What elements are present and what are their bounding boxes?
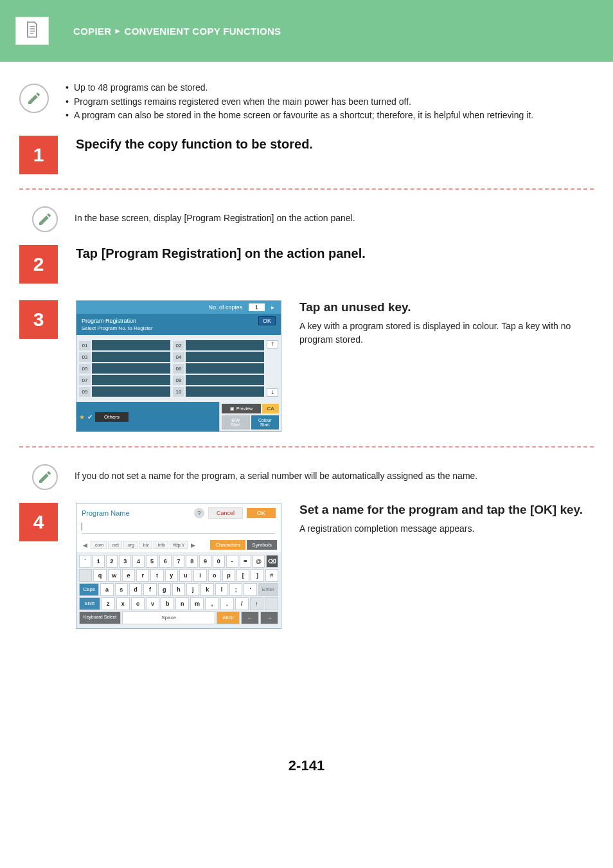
check-icon[interactable]: ✔ [87,413,93,420]
key[interactable]: a [100,583,113,596]
key[interactable]: w [108,569,121,582]
program-slot[interactable]: 03 [79,352,173,362]
key[interactable]: i [193,569,206,582]
copies-value[interactable]: 1 [249,303,265,311]
step-number-1: 1 [19,136,58,174]
key[interactable]: / [235,597,249,610]
key[interactable]: 5 [146,555,158,568]
expand-icon[interactable]: ▸ [269,304,277,311]
key[interactable]: x [116,597,130,610]
key[interactable]: 6 [159,555,172,568]
program-slot[interactable]: 06 [173,363,267,374]
breadcrumb[interactable]: COPIER ► CONVENIENT COPY FUNCTIONS [73,26,281,37]
domain-tab[interactable]: http:// [170,541,188,549]
program-slot[interactable]: 07 [79,375,173,385]
bw-start-button[interactable]: B/WStart [222,415,250,429]
keyboard-select-key[interactable]: Keyboard Select [79,611,121,624]
star-icon[interactable]: ★ [79,413,85,420]
key[interactable]: # [265,569,278,582]
key[interactable]: 8 [186,555,198,568]
program-slot[interactable]: 02 [173,340,267,350]
scroll-down-icon[interactable]: ⤓ [267,388,278,397]
key[interactable]: h [172,583,185,596]
right-key[interactable]: → [260,611,278,624]
ca-button[interactable]: CA [262,404,279,413]
key[interactable]: = [240,555,252,568]
key[interactable]: g [158,583,171,596]
key[interactable]: f [143,583,156,596]
domain-tab[interactable]: .info [154,541,168,549]
program-slot[interactable]: 05 [79,363,173,374]
key[interactable]: m [190,597,204,610]
key[interactable]: @ [253,555,265,568]
program-slot[interactable]: 08 [173,375,267,385]
key[interactable]: s [115,583,128,596]
key[interactable]: k [200,583,213,596]
key[interactable]: 1 [93,555,105,568]
preview-button[interactable]: ▣Preview [222,404,261,413]
key[interactable]: ] [251,569,263,582]
altgr-key[interactable]: AltGr [217,611,240,624]
key[interactable]: d [129,583,142,596]
key[interactable]: , [205,597,218,610]
key[interactable]: o [208,569,221,582]
domain-tab[interactable]: .biz [139,541,152,549]
key[interactable]: e [122,569,135,582]
key[interactable]: v [146,597,159,610]
ok-button[interactable]: OK [247,508,276,518]
key[interactable]: c [131,597,145,610]
key[interactable]: ` [79,555,91,568]
spacer-key[interactable] [79,569,92,582]
left-key[interactable]: ← [241,611,259,624]
symbols-button[interactable]: Symbols [247,540,277,550]
scroll-up-icon[interactable]: ⤒ [267,340,278,348]
key[interactable]: t [150,569,163,582]
key[interactable]: b [161,597,174,610]
breadcrumb-subsection[interactable]: CONVENIENT COPY FUNCTIONS [125,26,281,37]
spacer-key[interactable] [265,597,278,610]
key[interactable]: y [165,569,178,582]
key[interactable]: 0 [213,555,225,568]
caps-key[interactable]: Caps [79,583,99,596]
others-button[interactable]: Others [95,412,129,422]
key[interactable]: 4 [132,555,145,568]
up-key[interactable]: ↑ [250,597,263,610]
key[interactable]: p [222,569,235,582]
domain-tab[interactable]: .org [123,541,138,549]
cancel-button[interactable]: Cancel [208,507,243,519]
key[interactable]: - [226,555,238,568]
enter-key[interactable]: Enter [258,583,278,596]
key[interactable]: 2 [106,555,118,568]
program-slot[interactable]: 09 [79,386,173,397]
help-icon[interactable]: ? [194,508,204,518]
colour-start-button[interactable]: ColourStart [251,415,280,429]
key[interactable]: ; [229,583,242,596]
key[interactable]: r [136,569,149,582]
domain-tab[interactable]: .net [108,541,122,549]
ok-button[interactable]: OK [258,316,276,325]
breadcrumb-section[interactable]: COPIER [73,26,111,37]
key[interactable]: [ [236,569,249,582]
key[interactable]: . [220,597,234,610]
backspace-key[interactable]: ⌫ [266,555,278,568]
key[interactable]: ' [244,583,256,596]
domain-tab[interactable]: .com [91,541,107,549]
key[interactable]: 3 [119,555,131,568]
key[interactable]: 9 [199,555,211,568]
key[interactable]: 7 [173,555,185,568]
program-slot[interactable]: 10 [173,386,267,397]
key[interactable]: z [102,597,115,610]
key[interactable]: l [215,583,228,596]
key[interactable]: u [179,569,192,582]
key[interactable]: n [175,597,189,610]
tab-right-icon[interactable]: ▶ [189,542,198,548]
program-name-input[interactable] [76,523,281,538]
tab-left-icon[interactable]: ◀ [80,542,89,548]
key[interactable]: j [186,583,199,596]
shift-key[interactable]: Shift [79,597,100,610]
characters-button[interactable]: Characters [210,540,245,550]
key[interactable]: q [93,569,106,582]
program-slot[interactable]: 04 [173,352,267,362]
space-key[interactable]: Space [122,611,215,624]
program-slot[interactable]: 01 [79,340,173,350]
